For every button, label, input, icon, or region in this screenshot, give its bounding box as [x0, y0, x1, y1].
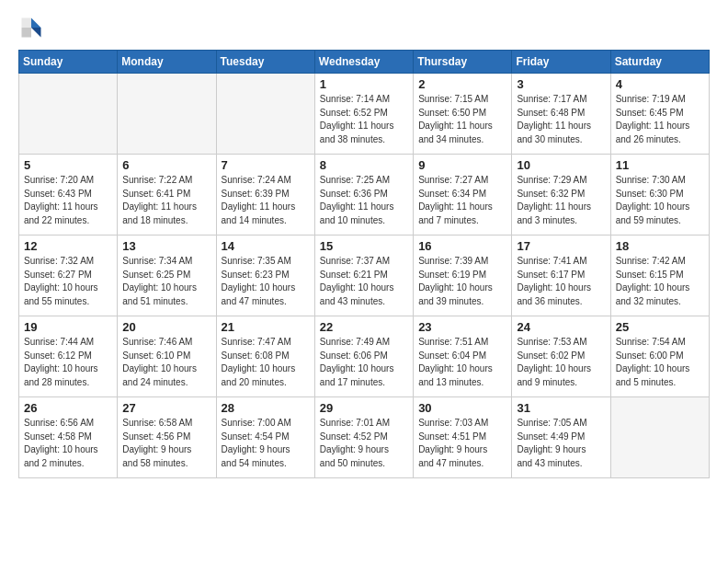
calendar-cell: 21Sunrise: 7:47 AM Sunset: 6:08 PM Dayli…: [216, 316, 314, 397]
calendar-cell: [610, 397, 709, 478]
calendar-cell: [118, 74, 216, 155]
calendar-cell: 22Sunrise: 7:49 AM Sunset: 6:06 PM Dayli…: [314, 316, 413, 397]
svg-rect-3: [22, 28, 32, 38]
day-info: Sunrise: 7:05 AM Sunset: 4:49 PM Dayligh…: [517, 417, 605, 470]
day-info: Sunrise: 7:30 AM Sunset: 6:30 PM Dayligh…: [616, 174, 704, 227]
calendar-cell: 14Sunrise: 7:35 AM Sunset: 6:23 PM Dayli…: [216, 236, 314, 316]
day-number: 3: [517, 77, 605, 91]
calendar-cell: 30Sunrise: 7:03 AM Sunset: 4:51 PM Dayli…: [414, 397, 512, 478]
logo-icon: [18, 15, 44, 40]
svg-marker-1: [31, 28, 41, 38]
day-number: 16: [418, 239, 506, 253]
day-number: 8: [320, 158, 408, 172]
header: [18, 15, 710, 40]
day-info: Sunrise: 7:01 AM Sunset: 4:52 PM Dayligh…: [320, 417, 408, 470]
day-info: Sunrise: 7:42 AM Sunset: 6:15 PM Dayligh…: [616, 255, 704, 308]
weekday-header-sunday: Sunday: [19, 51, 118, 74]
day-info: Sunrise: 7:14 AM Sunset: 6:52 PM Dayligh…: [320, 93, 408, 146]
weekday-header-thursday: Thursday: [414, 51, 512, 74]
day-number: 2: [418, 77, 506, 91]
day-info: Sunrise: 7:39 AM Sunset: 6:19 PM Dayligh…: [418, 255, 506, 308]
day-info: Sunrise: 7:49 AM Sunset: 6:06 PM Dayligh…: [320, 336, 408, 389]
weekday-header-row: SundayMondayTuesdayWednesdayThursdayFrid…: [19, 51, 710, 74]
calendar-cell: 15Sunrise: 7:37 AM Sunset: 6:21 PM Dayli…: [314, 236, 413, 316]
day-number: 5: [24, 158, 112, 172]
weekday-header-saturday: Saturday: [610, 51, 709, 74]
week-row-0: 1Sunrise: 7:14 AM Sunset: 6:52 PM Daylig…: [19, 74, 710, 155]
week-row-3: 19Sunrise: 7:44 AM Sunset: 6:12 PM Dayli…: [19, 316, 710, 397]
weekday-header-tuesday: Tuesday: [216, 51, 314, 74]
day-info: Sunrise: 7:03 AM Sunset: 4:51 PM Dayligh…: [418, 417, 506, 470]
calendar-cell: 18Sunrise: 7:42 AM Sunset: 6:15 PM Dayli…: [610, 236, 709, 316]
calendar-cell: 5Sunrise: 7:20 AM Sunset: 6:43 PM Daylig…: [19, 155, 118, 236]
calendar-cell: 17Sunrise: 7:41 AM Sunset: 6:17 PM Dayli…: [512, 236, 610, 316]
calendar-cell: 3Sunrise: 7:17 AM Sunset: 6:48 PM Daylig…: [512, 74, 610, 155]
week-row-4: 26Sunrise: 6:56 AM Sunset: 4:58 PM Dayli…: [19, 397, 710, 478]
day-info: Sunrise: 7:00 AM Sunset: 4:54 PM Dayligh…: [222, 417, 310, 470]
day-number: 28: [222, 401, 310, 415]
day-number: 21: [222, 320, 310, 334]
calendar-cell: [216, 74, 314, 155]
day-info: Sunrise: 7:29 AM Sunset: 6:32 PM Dayligh…: [517, 174, 605, 227]
day-info: Sunrise: 7:19 AM Sunset: 6:45 PM Dayligh…: [616, 93, 704, 146]
weekday-header-wednesday: Wednesday: [314, 51, 413, 74]
calendar-cell: 4Sunrise: 7:19 AM Sunset: 6:45 PM Daylig…: [610, 74, 709, 155]
day-info: Sunrise: 7:25 AM Sunset: 6:36 PM Dayligh…: [320, 174, 408, 227]
day-number: 4: [616, 77, 704, 91]
weekday-header-friday: Friday: [512, 51, 610, 74]
calendar-cell: 16Sunrise: 7:39 AM Sunset: 6:19 PM Dayli…: [414, 236, 512, 316]
calendar-cell: 8Sunrise: 7:25 AM Sunset: 6:36 PM Daylig…: [314, 155, 413, 236]
day-info: Sunrise: 7:41 AM Sunset: 6:17 PM Dayligh…: [517, 255, 605, 308]
day-number: 15: [320, 239, 408, 253]
day-info: Sunrise: 7:51 AM Sunset: 6:04 PM Dayligh…: [418, 336, 506, 389]
calendar-cell: 7Sunrise: 7:24 AM Sunset: 6:39 PM Daylig…: [216, 155, 314, 236]
calendar-cell: 10Sunrise: 7:29 AM Sunset: 6:32 PM Dayli…: [512, 155, 610, 236]
day-info: Sunrise: 7:32 AM Sunset: 6:27 PM Dayligh…: [24, 255, 112, 308]
day-number: 18: [616, 239, 704, 253]
calendar-cell: 25Sunrise: 7:54 AM Sunset: 6:00 PM Dayli…: [610, 316, 709, 397]
day-number: 30: [418, 401, 506, 415]
day-info: Sunrise: 7:27 AM Sunset: 6:34 PM Dayligh…: [418, 174, 506, 227]
day-number: 19: [24, 320, 112, 334]
day-info: Sunrise: 6:56 AM Sunset: 4:58 PM Dayligh…: [24, 417, 112, 470]
week-row-2: 12Sunrise: 7:32 AM Sunset: 6:27 PM Dayli…: [19, 236, 710, 316]
day-info: Sunrise: 6:58 AM Sunset: 4:56 PM Dayligh…: [122, 417, 210, 470]
day-info: Sunrise: 7:17 AM Sunset: 6:48 PM Dayligh…: [517, 93, 605, 146]
day-info: Sunrise: 7:53 AM Sunset: 6:02 PM Dayligh…: [517, 336, 605, 389]
day-info: Sunrise: 7:24 AM Sunset: 6:39 PM Dayligh…: [222, 174, 310, 227]
calendar-cell: 13Sunrise: 7:34 AM Sunset: 6:25 PM Dayli…: [118, 236, 216, 316]
day-info: Sunrise: 7:35 AM Sunset: 6:23 PM Dayligh…: [222, 255, 310, 308]
calendar-cell: 19Sunrise: 7:44 AM Sunset: 6:12 PM Dayli…: [19, 316, 118, 397]
day-number: 29: [320, 401, 408, 415]
calendar-cell: 28Sunrise: 7:00 AM Sunset: 4:54 PM Dayli…: [216, 397, 314, 478]
svg-marker-0: [31, 18, 41, 29]
day-info: Sunrise: 7:44 AM Sunset: 6:12 PM Dayligh…: [24, 336, 112, 389]
calendar-cell: [19, 74, 118, 155]
day-number: 24: [517, 320, 605, 334]
day-info: Sunrise: 7:22 AM Sunset: 6:41 PM Dayligh…: [122, 174, 210, 227]
calendar-cell: 29Sunrise: 7:01 AM Sunset: 4:52 PM Dayli…: [314, 397, 413, 478]
calendar-cell: 1Sunrise: 7:14 AM Sunset: 6:52 PM Daylig…: [314, 74, 413, 155]
calendar: SundayMondayTuesdayWednesdayThursdayFrid…: [18, 50, 710, 478]
calendar-cell: 31Sunrise: 7:05 AM Sunset: 4:49 PM Dayli…: [512, 397, 610, 478]
day-number: 12: [24, 239, 112, 253]
day-info: Sunrise: 7:34 AM Sunset: 6:25 PM Dayligh…: [122, 255, 210, 308]
day-info: Sunrise: 7:15 AM Sunset: 6:50 PM Dayligh…: [418, 93, 506, 146]
day-number: 20: [122, 320, 210, 334]
day-number: 10: [517, 158, 605, 172]
day-number: 23: [418, 320, 506, 334]
svg-rect-2: [22, 18, 32, 29]
calendar-cell: 24Sunrise: 7:53 AM Sunset: 6:02 PM Dayli…: [512, 316, 610, 397]
page: SundayMondayTuesdayWednesdayThursdayFrid…: [0, 0, 728, 563]
day-number: 11: [616, 158, 704, 172]
weekday-header-monday: Monday: [118, 51, 216, 74]
day-info: Sunrise: 7:46 AM Sunset: 6:10 PM Dayligh…: [122, 336, 210, 389]
day-number: 17: [517, 239, 605, 253]
day-number: 14: [222, 239, 310, 253]
day-number: 31: [517, 401, 605, 415]
calendar-cell: 9Sunrise: 7:27 AM Sunset: 6:34 PM Daylig…: [414, 155, 512, 236]
day-number: 27: [122, 401, 210, 415]
calendar-cell: 20Sunrise: 7:46 AM Sunset: 6:10 PM Dayli…: [118, 316, 216, 397]
day-number: 22: [320, 320, 408, 334]
day-number: 26: [24, 401, 112, 415]
